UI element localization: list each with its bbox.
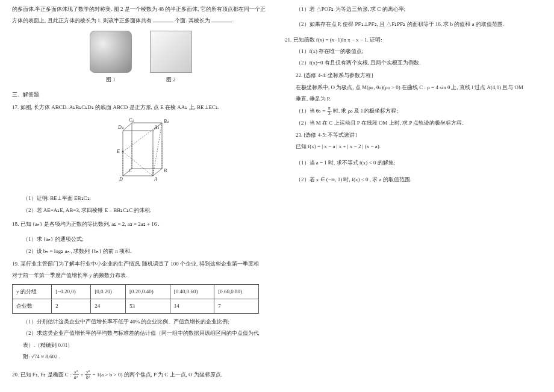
q21-stem: 21. 已知函数 f(x) = (x−1)ln x − x − 1. 证明: (285, 36, 542, 45)
figure-row: 图 1 图 2 (12, 31, 269, 84)
q22-part1: （1）当 θ₀ = π 3 时, 求 ρ₀ 及 l 的极坐标方程; (285, 106, 542, 116)
q22-1a: （1）当 θ₀ = (296, 108, 327, 114)
q23-part1: （1）当 a = 1 时, 求不等式 f(x) < 0 的解集; (285, 158, 542, 167)
svg-text:D₁: D₁ (117, 125, 123, 130)
q21-part1: （1）f(x) 存在唯一的极值点; (285, 47, 542, 56)
th-c3: [0.20,0.40) (126, 284, 170, 299)
blank-faces (153, 16, 173, 22)
td-c5: 7 (214, 299, 259, 313)
svg-text:E: E (116, 149, 120, 154)
q17-part2: （2）若 AE=A₁E, AB=3, 求四棱锥 E – BB₁C₁C 的体积. (12, 206, 269, 215)
q17-part1: （1）证明: BE⊥平面 EB₁C₁: (12, 194, 269, 203)
q17-stem: 17. 如图, 长方体 ABCD–A₁B₁C₁D₁ 的底面 ABCD 是正方形,… (12, 103, 269, 112)
svg-text:C: C (129, 168, 132, 173)
q19-part2b: 表）.（精确到 0.01） (12, 341, 269, 350)
svg-text:A: A (154, 176, 157, 182)
q23-title: 23. [选修 4-5: 不等式选讲] (285, 131, 542, 140)
q19-part1: （1）分别估计这类企业中产值增长率不低于 40% 的企业比例、产值负增长的企业比… (12, 317, 269, 326)
table-row: 企业数 2 24 53 14 7 (13, 299, 259, 313)
svg-text:D: D (119, 176, 123, 182)
frequency-table: y 的分组 [−0.20,0) [0,0.20) [0.20,0.40) [0.… (12, 284, 259, 314)
table-row: y 的分组 [−0.20,0) [0,0.20) [0.20,0.40) [0.… (13, 284, 259, 299)
right-column: （1）若 △POF₂ 为等边三角形, 求 C 的离心率; （2）如果存在点 P,… (274, 5, 547, 387)
figure-1-image (90, 31, 132, 73)
svg-text:B: B (164, 168, 167, 173)
q20-plus: + (80, 372, 84, 378)
q22-1b: 时, 求 ρ₀ 及 l 的极坐标方程; (333, 108, 398, 114)
q22-frac: π 3 (327, 106, 332, 116)
left-column: 的多面体.半正多面体体现了数学的对称美. 图 2 是一个棱数为 48 的半正多面… (7, 5, 274, 387)
figure-1-label: 图 1 (90, 75, 132, 84)
svg-point-0 (122, 151, 123, 152)
td-c1: 2 (52, 299, 91, 313)
td-c2: 24 (91, 299, 126, 313)
q16-line2c: . (233, 17, 234, 23)
q23-stem: 已知 f(x) = | x − a | x + | x − 2 | (x − a… (285, 142, 542, 151)
section-3-title: 三、解答题 (12, 90, 269, 99)
q16-line2b: 个面. 其棱长为 (175, 17, 210, 23)
q23-part2: （2）若 x ∈ (−∞, 1) 时, f(x) < 0 , 求 a 的取值范围… (285, 175, 542, 184)
q22-title: 22. [选修 4-4: 坐标系与参数方程] (285, 71, 542, 80)
th-c4: [0.40,0.60) (170, 284, 214, 299)
q22-stem-c: 垂直, 垂足为 P. (285, 95, 542, 104)
q19-stem-b: 对于前一年第一季度产值增长率 y 的频数分布表. (12, 271, 269, 280)
q20-tail: = 1(a > b > 0) 的两个焦点, P 为 C 上一点, O 为坐标原点… (92, 372, 222, 378)
svg-text:B₁: B₁ (164, 119, 169, 124)
q22-part2: （2）当 M 在 C 上运动且 P 在线段 OM 上时, 求 P 点轨迹的极坐标… (285, 119, 542, 128)
q19-stem-a: 19. 某行业主管部门为了解本行业中小企业的生产情况, 随机调查了 100 个企… (12, 260, 269, 269)
q20-frac2: y² b² (85, 370, 91, 380)
q19-part2a: （2）求这类企业产值增长率的平均数与标准差的估计值（同一组中的数据用该组区间的中… (12, 329, 269, 338)
q20-stem-a: 20. 已知 F₁, F₂ 是椭圆 C : (12, 372, 72, 378)
figure-2-image (150, 31, 192, 73)
th-c1: [−0.20,0) (52, 284, 91, 299)
q21-part2: （2）f(x)=0 有且仅有两个实根, 且两个实根互为倒数. (285, 58, 542, 67)
q16-line2: 方体的表面上, 且此正方体的棱长为 1. 则该半正多面体共有 个面. 其棱长为 … (12, 16, 269, 25)
th-c5: [0.60,0.80) (214, 284, 259, 299)
svg-text:A₁: A₁ (154, 125, 159, 130)
q18-stem: 18. 已知 {aₙ} 是各项均为正数的等比数列, a₁ = 2, a₃ = 2… (12, 220, 269, 229)
q22-stem-b: 在极坐标系中, O 为极点, 点 M(ρ₀, θ₀)(ρ₀ > 0) 在曲线 C… (285, 83, 542, 92)
td-c4: 14 (170, 299, 214, 313)
q20-stem: 20. 已知 F₁, F₂ 是椭圆 C : x² a² + y² b² = 1(… (12, 370, 269, 380)
q20-part2: （2）如果存在点 P, 使得 PF₁⊥PF₂, 且 △F₁PF₂ 的面积等于 1… (285, 20, 542, 29)
q19-note: 附: √74 ≈ 8.602 . (12, 352, 269, 361)
q20-den2: b² (85, 375, 91, 380)
figure-2: 图 2 (150, 31, 192, 84)
q20-frac1: x² a² (73, 370, 79, 380)
blank-edge (211, 16, 232, 22)
figure-2-label: 图 2 (150, 75, 192, 84)
q16-line2a: 方体的表面上, 且此正方体的棱长为 1. 则该半正多面体共有 (12, 17, 152, 23)
q18-part1: （1）求 {aₙ} 的通项公式; (12, 235, 269, 244)
th-group: y 的分组 (13, 284, 52, 299)
td-c3: 53 (126, 299, 170, 313)
svg-text:C₁: C₁ (129, 117, 134, 123)
q16-line1: 的多面体.半正多面体体现了数学的对称美. 图 2 是一个棱数为 48 的半正多面… (12, 5, 269, 14)
q22-den: 3 (327, 111, 332, 116)
figure-1: 图 1 (90, 31, 132, 84)
cuboid-diagram: DA BC D₁A₁ B₁C₁ E (105, 116, 177, 188)
q18-part2: （2）设 bₙ = log₂ aₙ , 求数列 {bₙ} 的前 n 项和. (12, 247, 269, 256)
th-c2: [0,0.20) (91, 284, 126, 299)
q20-den1: a² (73, 375, 79, 380)
td-label: 企业数 (13, 299, 52, 313)
q20-part1: （1）若 △POF₂ 为等边三角形, 求 C 的离心率; (285, 5, 542, 14)
